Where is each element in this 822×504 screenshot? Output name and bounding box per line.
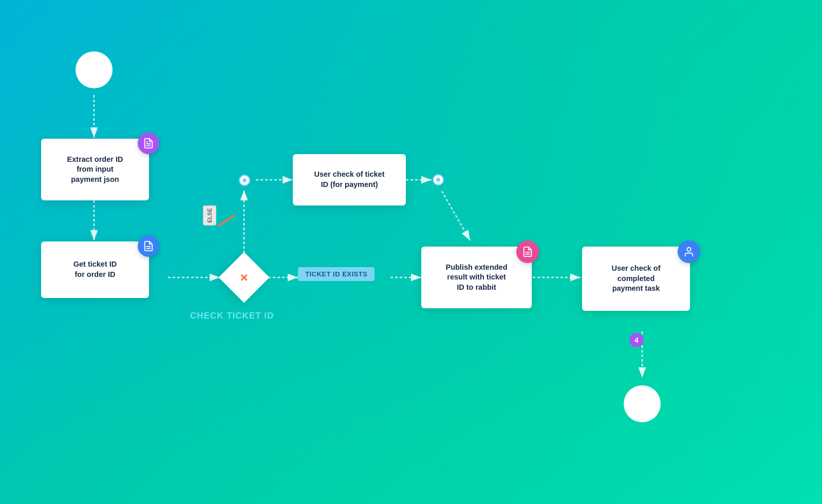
inner-dot <box>242 178 247 182</box>
user-check-completed-label: User check of completed payment task <box>611 264 660 294</box>
get-ticket-box: Get ticket ID for order ID <box>41 241 149 298</box>
user-check-completed-box: User check of completed payment task <box>582 247 690 311</box>
check-ticket-label: CHECK TICKET ID <box>190 311 274 321</box>
ticket-id-exists-badge: TICKET ID EXISTS <box>298 267 375 281</box>
get-ticket-label: Get ticket ID for order ID <box>73 259 117 279</box>
extract-order-box: Extract order ID from input payment json <box>41 139 149 200</box>
number-4-badge: 4 <box>629 333 644 347</box>
user-check-completed-icon <box>678 240 700 263</box>
publish-box-label: Publish extended result with ticket ID t… <box>445 263 507 293</box>
publish-icon <box>516 240 539 263</box>
start-circle <box>76 51 113 88</box>
svg-line-17 <box>218 216 234 226</box>
inner-dot-2 <box>436 178 440 182</box>
user-check-ticket-label: User check of ticket ID (for payment) <box>314 170 384 190</box>
svg-point-20 <box>687 248 690 251</box>
diagram-canvas: Extract order ID from input payment json… <box>0 0 822 504</box>
get-ticket-icon <box>138 235 159 257</box>
right-connector-circle <box>433 174 444 185</box>
user-check-ticket-box: User check of ticket ID (for payment) <box>293 154 406 206</box>
publish-box: Publish extended result with ticket ID t… <box>421 247 532 308</box>
else-connector-circle <box>239 175 250 186</box>
svg-line-12 <box>442 191 470 240</box>
end-circle <box>624 385 661 422</box>
extract-icon <box>138 133 159 154</box>
extract-box-label: Extract order ID from input payment json <box>67 155 123 185</box>
else-pen-icon <box>216 213 236 231</box>
diamond-x-icon: × <box>232 265 256 290</box>
else-label: ELSE <box>203 206 216 226</box>
